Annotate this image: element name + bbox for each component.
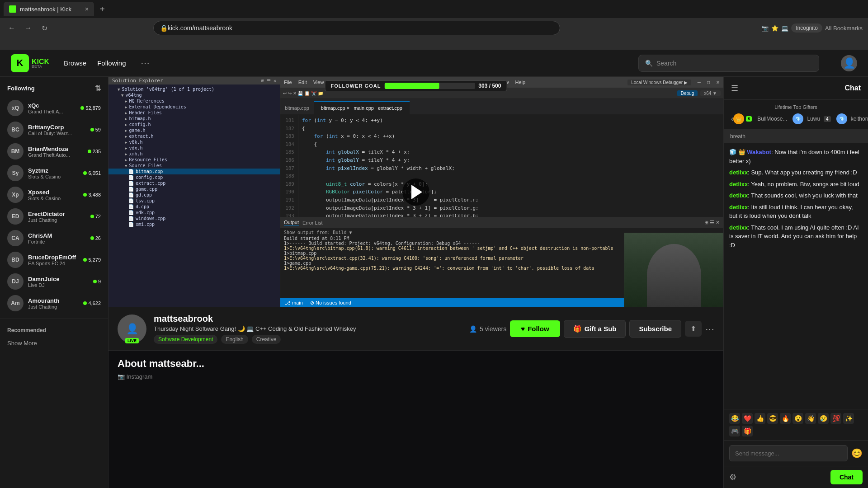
sidebar-item-damnjuice[interactable]: DJ DamnJuice Live DJ 9 bbox=[0, 271, 108, 292]
emote-button[interactable]: ❤️ bbox=[742, 413, 753, 424]
sol-item[interactable]: 📄game.cpp bbox=[108, 186, 280, 192]
sol-item[interactable]: ▶Header Files bbox=[108, 110, 280, 116]
sol-item[interactable]: ▼Source Files bbox=[108, 163, 280, 169]
emote-button[interactable]: ✨ bbox=[843, 413, 854, 424]
sidebar-info: Syztmz Slots & Casino bbox=[28, 167, 79, 179]
refresh-button[interactable]: ↻ bbox=[38, 22, 51, 34]
sol-item[interactable]: ▶v6k.h bbox=[108, 139, 280, 145]
sidebar-item-brianmendoza[interactable]: BM BrianMendoza Grand Theft Auto... 235 bbox=[0, 141, 108, 162]
sol-item[interactable]: 📄extract.cpp bbox=[108, 180, 280, 186]
emote-button[interactable]: 😂 bbox=[729, 413, 740, 424]
sol-item[interactable]: ▶bitmap.h bbox=[108, 116, 280, 122]
chat-settings-btn[interactable]: ⚙ bbox=[729, 472, 736, 482]
emote-button[interactable]: 😢 bbox=[818, 413, 829, 424]
new-tab-button[interactable]: + bbox=[96, 3, 108, 15]
language-tag[interactable]: English bbox=[221, 335, 248, 344]
browse-nav-link[interactable]: Browse bbox=[64, 59, 86, 67]
sidebar-item-chrisam[interactable]: CA ChrisAM Fortnite 26 bbox=[0, 227, 108, 249]
device-icon[interactable]: 💻 bbox=[781, 25, 788, 32]
emote-button[interactable]: 🎮 bbox=[729, 426, 740, 436]
search-bar[interactable]: 🔍 Search bbox=[638, 55, 819, 72]
emote-button[interactable]: 😎 bbox=[767, 413, 778, 424]
sol-item[interactable]: ▶HQ References bbox=[108, 98, 280, 104]
gifter-avatar-3: 💎 bbox=[836, 113, 847, 124]
send-chat-button[interactable]: Chat bbox=[830, 470, 863, 484]
sol-item[interactable]: 📄config.cpp bbox=[108, 174, 280, 180]
show-more-button[interactable]: Show More bbox=[0, 336, 108, 350]
sol-item[interactable]: ▶config.h bbox=[108, 122, 280, 127]
tab-main-cpp[interactable]: bitmap.cpp × main.cpp extract.cpp bbox=[314, 101, 410, 114]
tab-bitmap-cpp[interactable]: bitmap.cpp bbox=[280, 101, 314, 114]
gift-sub-button[interactable]: 🎁 Gift a Sub bbox=[564, 320, 626, 338]
user-avatar[interactable]: 👤 bbox=[841, 55, 857, 71]
kick-logo-mark[interactable]: K bbox=[11, 54, 29, 72]
gifter-name-text-3: keithonline... bbox=[851, 116, 868, 122]
following-nav-link[interactable]: Following bbox=[97, 59, 126, 67]
chat-input[interactable] bbox=[729, 445, 848, 461]
sidebar-item-xqc[interactable]: xQ xQc Grand Theft A... 52,879 bbox=[0, 97, 108, 119]
instagram-link[interactable]: 📷 Instagram bbox=[118, 373, 714, 380]
emote-button[interactable]: 🔥 bbox=[780, 413, 791, 424]
emote-button[interactable]: 😮 bbox=[793, 413, 803, 424]
sol-item[interactable]: ▼v64tng bbox=[108, 92, 280, 98]
sol-item[interactable]: ▶extract.h bbox=[108, 133, 280, 139]
active-tab[interactable]: mattseabrook | Kick × bbox=[4, 2, 94, 16]
sidebar-item-xposed[interactable]: Xp Xposed Slots & Casino 3,488 bbox=[0, 184, 108, 206]
sol-item[interactable]: ▶xmh.h bbox=[108, 151, 280, 157]
follower-goal-fill bbox=[384, 83, 439, 89]
subscribe-button[interactable]: Subscribe bbox=[629, 320, 681, 338]
debug-config[interactable]: Local Windows Debugger ▶ bbox=[627, 80, 691, 85]
sol-item[interactable]: 📄vdk.cpp bbox=[108, 210, 280, 216]
bookmark-icon[interactable]: ⭐ bbox=[771, 25, 778, 32]
sidebar-item-brittanycorp[interactable]: BC BrittanyCorp Call of Duty: Warz... 59 bbox=[0, 119, 108, 141]
sol-item[interactable]: 📄xmi.cpp bbox=[108, 221, 280, 227]
sidebar-item-erectdictator[interactable]: ED ErectDictator Just Chatting 72 bbox=[0, 206, 108, 227]
subscribe-label: Subscribe bbox=[639, 325, 672, 333]
sol-item[interactable]: ▶Resource Files bbox=[108, 157, 280, 163]
address-bar[interactable]: 🔒 kick.com/mattseabrook bbox=[153, 21, 560, 35]
sol-item[interactable]: ▶vdx.h bbox=[108, 145, 280, 151]
chat-search-bar[interactable]: breath bbox=[724, 129, 868, 143]
menu-view[interactable]: View bbox=[313, 80, 324, 85]
minimize-btn[interactable]: ─ bbox=[698, 80, 701, 85]
gifter-count-2: 4 bbox=[824, 116, 831, 122]
close-btn[interactable]: ✕ bbox=[716, 80, 720, 85]
emoji-picker-btn[interactable]: 😊 bbox=[851, 448, 863, 459]
output-tab[interactable]: Output bbox=[284, 220, 299, 225]
sol-item-bitmap[interactable]: 📄bitmap.cpp bbox=[108, 169, 280, 174]
sidebar-item-brucedropemoff[interactable]: BD BruceDropEmOff EA Sports FC 24 5,279 bbox=[0, 249, 108, 271]
more-nav-dots[interactable]: ⋯ bbox=[141, 58, 150, 69]
share-button[interactable]: ⬆ bbox=[685, 321, 702, 337]
category-tag[interactable]: Software Development bbox=[154, 335, 217, 344]
play-button[interactable] bbox=[402, 178, 429, 206]
back-button[interactable]: ← bbox=[5, 22, 18, 34]
sol-item[interactable]: 📄lsv.cpp bbox=[108, 198, 280, 204]
error-list-tab[interactable]: Error List bbox=[302, 220, 323, 225]
chat-toggle-icon[interactable]: ☰ bbox=[731, 83, 738, 93]
sidebar-item-syztmz[interactable]: Sy Syztmz Slots & Casino 6,051 bbox=[0, 162, 108, 184]
browser-chrome: mattseabrook | Kick × + ← → ↻ 🔒 kick.com… bbox=[0, 0, 868, 50]
follow-button[interactable]: ♥ Follow bbox=[510, 320, 560, 337]
more-options-button[interactable]: ⋯ bbox=[705, 324, 714, 334]
menu-edit[interactable]: Edit bbox=[298, 80, 307, 85]
forward-button[interactable]: → bbox=[22, 22, 34, 34]
sol-item[interactable]: 📄gd.cpp bbox=[108, 192, 280, 198]
tab-close-btn[interactable]: × bbox=[85, 5, 89, 13]
emote-button[interactable]: 👍 bbox=[755, 413, 765, 424]
emote-button[interactable]: 👋 bbox=[805, 413, 816, 424]
sidebar-item-amouranth[interactable]: Am Amouranth Just Chatting 4,622 bbox=[0, 292, 108, 314]
emote-button[interactable]: 💯 bbox=[830, 413, 841, 424]
sol-item[interactable]: ▶External Dependencies bbox=[108, 104, 280, 110]
video-container: FOLLOWER GOAL 303 / 500 Solution Explore… bbox=[108, 77, 723, 307]
creative-tag[interactable]: Creative bbox=[252, 335, 281, 344]
sort-icon[interactable]: ⇅ bbox=[95, 84, 101, 93]
sol-item[interactable]: ▼Solution 'v64tng' (1 of 1 project) bbox=[108, 86, 280, 92]
menu-file[interactable]: File bbox=[284, 80, 292, 85]
solution-explorer-header: Solution Explorer ⊞ ☰ ✕ bbox=[108, 77, 280, 84]
sol-item[interactable]: 📄d.cpp bbox=[108, 204, 280, 210]
maximize-btn[interactable]: □ bbox=[707, 80, 710, 85]
sol-item[interactable]: 📄windows.cpp bbox=[108, 216, 280, 221]
menu-help[interactable]: Help bbox=[515, 80, 526, 85]
emote-button[interactable]: 🎁 bbox=[742, 426, 753, 436]
sol-item[interactable]: ▶game.h bbox=[108, 127, 280, 133]
